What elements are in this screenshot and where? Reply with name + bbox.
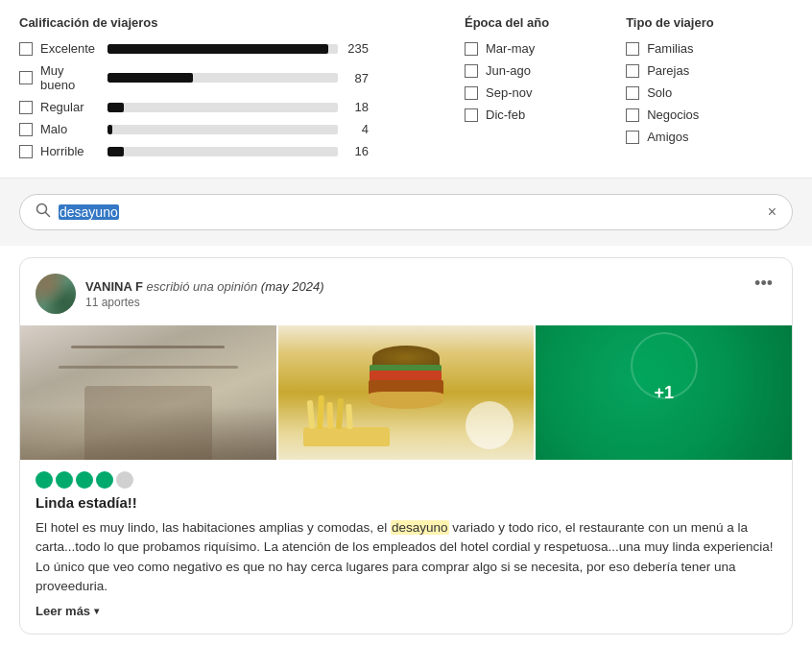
avatar-image	[36, 274, 76, 314]
star-2	[56, 471, 73, 489]
bar-fill-horrible	[107, 147, 124, 156]
review-title: Linda estadía!!	[36, 494, 776, 511]
star-5	[116, 471, 133, 489]
star-4	[96, 471, 113, 489]
season-title: Época del año	[465, 15, 549, 30]
stars-row	[36, 471, 776, 489]
photo-interior[interactable]	[20, 325, 276, 460]
checkbox-malo[interactable]	[19, 123, 33, 136]
star-1	[36, 471, 53, 489]
checkbox-solo[interactable]	[626, 86, 639, 100]
reviews-section: VANINA F escribió una opinión (may 2024)…	[0, 246, 812, 646]
label-sepnov: Sep-nov	[486, 85, 532, 100]
traveler-filter-col: Tipo de viajero Familias Parejas Solo Ne…	[626, 15, 714, 158]
photo-green-bg: +1	[536, 325, 792, 460]
bar-regular	[107, 103, 338, 112]
season-row-marmay: Mar-may	[465, 41, 549, 56]
photo-overlay[interactable]: +1	[536, 325, 792, 460]
search-bar[interactable]: desayuno ×	[19, 194, 793, 230]
review-text-before: El hotel es muy lindo, las habitaciones …	[36, 520, 391, 535]
photo-food[interactable]	[278, 325, 535, 460]
search-input[interactable]: desayuno	[59, 204, 760, 220]
ratings-filter-col: Calificación de viajeros Excelente 235 M…	[19, 15, 369, 158]
label-junago: Jun-ago	[486, 63, 531, 78]
ratings-title: Calificación de viajeros	[19, 15, 369, 30]
bar-fill-muybueno	[107, 73, 193, 83]
bar-fill-malo	[107, 125, 112, 134]
checkbox-junago[interactable]	[465, 64, 478, 78]
reviewer-name: VANINA F	[85, 279, 143, 294]
search-section: desayuno ×	[0, 179, 812, 246]
checkbox-negocios[interactable]	[626, 108, 639, 122]
photo-green[interactable]: +1	[536, 325, 792, 460]
label-muybueno: Muy bueno	[40, 63, 100, 92]
checkbox-excelente[interactable]	[19, 42, 33, 56]
label-excelente: Excelente	[40, 41, 100, 56]
bar-excelente	[107, 44, 338, 54]
checkbox-horrible[interactable]	[19, 145, 33, 158]
reviewer-info: VANINA F escribió una opinión (may 2024)…	[36, 274, 324, 314]
photo-food-bg	[278, 325, 535, 460]
checkbox-amigos[interactable]	[626, 131, 639, 144]
star-3	[76, 471, 93, 489]
read-more-button[interactable]: Leer más ▾	[36, 604, 776, 618]
reviewer-name-line: VANINA F escribió una opinión (may 2024)	[85, 279, 324, 294]
review-text: El hotel es muy lindo, las habitaciones …	[36, 518, 776, 596]
review-text-highlight: desayuno	[391, 520, 449, 535]
season-filter-col: Época del año Mar-may Jun-ago Sep-nov Di…	[465, 15, 549, 158]
reviewer-contributions: 11 aportes	[85, 296, 324, 309]
season-row-sepnov: Sep-nov	[465, 85, 549, 100]
season-row-dicfeb: Dic-feb	[465, 108, 549, 122]
label-regular: Regular	[40, 100, 100, 114]
count-excelente: 235	[346, 41, 369, 56]
rating-row-malo: Malo 4	[19, 122, 369, 136]
checkbox-muybueno[interactable]	[19, 71, 33, 84]
checkbox-marmay[interactable]	[465, 42, 478, 56]
bar-horrible	[107, 147, 338, 156]
rating-row-horrible: Horrible 16	[19, 144, 369, 158]
count-horrible: 16	[346, 144, 369, 158]
checkbox-familias[interactable]	[626, 42, 639, 56]
search-icon	[36, 203, 51, 222]
traveler-title: Tipo de viajero	[626, 15, 714, 30]
traveler-row-amigos: Amigos	[626, 130, 714, 144]
reviewer-details: VANINA F escribió una opinión (may 2024)…	[85, 279, 324, 309]
rating-row-muybueno: Muy bueno 87	[19, 63, 369, 92]
bar-fill-regular	[107, 103, 124, 112]
review-card: VANINA F escribió una opinión (may 2024)…	[19, 257, 793, 634]
count-muybueno: 87	[346, 71, 369, 85]
rating-row-regular: Regular 18	[19, 100, 369, 114]
review-header: VANINA F escribió una opinión (may 2024)…	[36, 274, 776, 314]
label-parejas: Parejas	[647, 63, 689, 78]
checkbox-sepnov[interactable]	[465, 86, 478, 100]
count-malo: 4	[346, 122, 369, 136]
label-horrible: Horrible	[40, 144, 100, 158]
count-regular: 18	[346, 100, 369, 114]
chevron-down-icon: ▾	[94, 606, 99, 616]
traveler-row-negocios: Negocios	[626, 108, 714, 122]
svg-line-1	[46, 213, 50, 217]
checkbox-regular[interactable]	[19, 101, 33, 114]
avatar	[36, 274, 76, 314]
traveler-row-parejas: Parejas	[626, 63, 714, 78]
label-marmay: Mar-may	[486, 41, 535, 56]
checkbox-parejas[interactable]	[626, 64, 639, 78]
traveler-row-solo: Solo	[626, 85, 714, 100]
rating-row-excelente: Excelente 235	[19, 41, 369, 56]
photo-strip: +1	[20, 325, 792, 460]
bar-malo	[107, 125, 338, 134]
traveler-row-familias: Familias	[626, 41, 714, 56]
reviewer-date: (may 2024)	[261, 279, 324, 294]
search-clear-button[interactable]: ×	[768, 203, 776, 221]
label-dicfeb: Dic-feb	[486, 108, 525, 122]
checkbox-dicfeb[interactable]	[465, 108, 478, 122]
label-familias: Familias	[647, 41, 693, 56]
label-amigos: Amigos	[647, 130, 688, 144]
bar-muybueno	[107, 73, 338, 83]
label-negocios: Negocios	[647, 108, 699, 122]
more-options-button[interactable]: •••	[751, 274, 776, 294]
season-row-junago: Jun-ago	[465, 63, 549, 78]
read-more-label: Leer más	[36, 604, 90, 618]
search-highlight-text: desayuno	[59, 204, 119, 220]
label-malo: Malo	[40, 122, 100, 136]
